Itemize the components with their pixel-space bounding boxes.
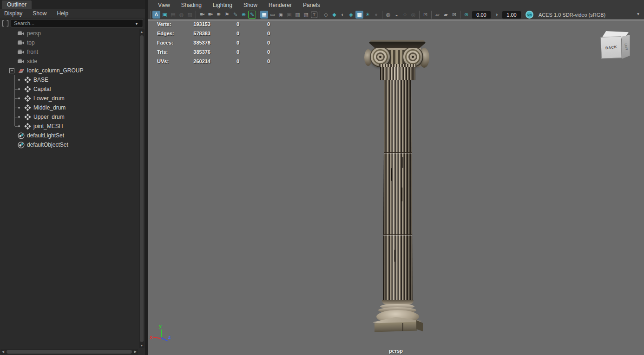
hud-stat-value: 0 bbox=[239, 38, 270, 47]
field-chart-icon[interactable]: ▥ bbox=[294, 11, 302, 19]
xray-joints-icon[interactable]: ▰ bbox=[442, 11, 450, 19]
shaft-crack bbox=[402, 157, 403, 168]
view-cube-back-face[interactable]: BACK bbox=[600, 36, 622, 59]
outliner-horizontal-scrollbar[interactable]: ◀ ▶ bbox=[0, 349, 138, 355]
shadows-icon[interactable]: ● bbox=[372, 11, 380, 19]
pan-zoom-icon[interactable]: ⊕ bbox=[240, 11, 248, 19]
outliner-menu-help[interactable]: Help bbox=[57, 10, 68, 17]
mesh-icon bbox=[23, 95, 32, 102]
outliner-menu-display[interactable]: Display bbox=[4, 10, 22, 17]
scroll-right-arrow-icon[interactable]: ▶ bbox=[133, 349, 138, 355]
filter-icon[interactable] bbox=[1, 19, 9, 27]
outliner-item-joint_MESH[interactable]: joint_MESH bbox=[0, 122, 138, 131]
viewport-menu-panels[interactable]: Panels bbox=[297, 2, 326, 8]
perspective-viewport[interactable]: Verts:19315300Edges:57838300Faces:385376… bbox=[148, 0, 644, 355]
tree-connector bbox=[9, 84, 23, 94]
viewport-menu-shading[interactable]: Shading bbox=[176, 2, 207, 8]
outliner-item-Capital[interactable]: Capital bbox=[0, 84, 138, 94]
set-icon bbox=[17, 132, 26, 139]
drum-seam bbox=[383, 234, 413, 235]
view-cube-back-label: BACK bbox=[605, 45, 618, 51]
horizontal-scroll-thumb[interactable] bbox=[7, 350, 132, 354]
lock-camera-icon[interactable]: ◼● bbox=[206, 11, 214, 19]
outliner-item-top[interactable]: top bbox=[0, 38, 138, 47]
outliner-vertical-scrollbar[interactable]: ▲ ▼ bbox=[139, 29, 145, 348]
outliner-item-Upper_drum[interactable]: Upper_drum bbox=[0, 112, 138, 122]
collapse-toggle-icon[interactable] bbox=[9, 68, 17, 73]
select-camera-icon[interactable]: ◼◂ bbox=[198, 11, 206, 19]
colorspace-on-badge[interactable]: ON bbox=[526, 11, 533, 19]
resolution-gate-icon[interactable]: ◉ bbox=[277, 11, 285, 19]
view-cube-left-face[interactable]: LEFT bbox=[622, 35, 630, 59]
outliner-item-defaultLightSet[interactable]: defaultLightSet bbox=[0, 131, 138, 140]
gate-mask-icon[interactable]: ▣ bbox=[285, 11, 293, 19]
gamma-icon[interactable]: ◑ bbox=[493, 11, 500, 19]
scroll-down-arrow-icon[interactable]: ▼ bbox=[139, 343, 145, 348]
safe-action-icon[interactable]: ▧ bbox=[302, 11, 310, 19]
snapshot-icon[interactable]: ▨ bbox=[186, 11, 194, 19]
anti-aliasing-icon[interactable]: ◌ bbox=[401, 11, 409, 19]
gamma-field[interactable]: 1.00 bbox=[502, 11, 521, 19]
viewport-menu-renderer[interactable]: Renderer bbox=[263, 2, 297, 8]
view-cube[interactable]: BACK LEFT bbox=[599, 30, 633, 64]
camera-attributes-icon[interactable]: ◼◦ bbox=[215, 11, 223, 19]
renderer-a-icon[interactable]: A bbox=[152, 11, 160, 19]
grease-pencil-icon[interactable]: ✎ bbox=[231, 11, 239, 19]
node-label: BASE bbox=[33, 77, 48, 83]
use-default-material-icon[interactable]: ▩ bbox=[355, 11, 363, 19]
bookmarks-icon[interactable]: ⚑ bbox=[223, 11, 231, 19]
shaft-crack bbox=[394, 250, 395, 262]
viewport-menu-lighting[interactable]: Lighting bbox=[207, 2, 238, 8]
grid-icon[interactable]: ▦ bbox=[260, 11, 268, 19]
x-axis-label: x bbox=[150, 334, 152, 340]
outliner-item-defaultObjectSet[interactable]: defaultObjectSet bbox=[0, 140, 138, 149]
outliner-menu-show[interactable]: Show bbox=[33, 10, 46, 17]
sequence-image-icon[interactable]: ◍ bbox=[177, 11, 185, 19]
textured-icon[interactable]: ◈ bbox=[347, 11, 355, 19]
vertical-scroll-thumb[interactable] bbox=[140, 35, 144, 342]
x-axis-line bbox=[153, 336, 161, 339]
outliner-item-persp[interactable]: persp bbox=[0, 29, 138, 38]
viewport-menu-view[interactable]: View bbox=[152, 2, 176, 8]
exposure-icon[interactable]: ⊛ bbox=[462, 11, 470, 19]
exposure-field[interactable]: 0.00 bbox=[472, 11, 491, 19]
hud-stat-label: Tris: bbox=[157, 47, 190, 57]
xray-icon[interactable]: ▱ bbox=[434, 11, 441, 19]
ssao-icon[interactable]: ◍ bbox=[384, 11, 392, 19]
outliner-item-Ionic_column_GROUP[interactable]: Ionic_column_GROUP bbox=[0, 66, 138, 75]
hud-stat-value: 578383 bbox=[190, 29, 210, 38]
wireframe-icon[interactable]: ◇ bbox=[322, 11, 330, 19]
isolate-select-icon[interactable]: ⊡ bbox=[421, 11, 429, 19]
outliner-item-front[interactable]: front bbox=[0, 47, 138, 57]
outliner-item-BASE[interactable]: BASE bbox=[0, 75, 138, 84]
film-gate-icon[interactable]: ▭ bbox=[269, 11, 276, 19]
image-plane-icon[interactable]: ▤ bbox=[169, 11, 177, 19]
search-dropdown-arrow-icon[interactable]: ▼ bbox=[135, 22, 138, 26]
safe-title-icon[interactable]: T bbox=[311, 12, 317, 18]
smooth-shade-icon[interactable]: ◆ bbox=[330, 11, 338, 19]
image-plane-arrow-icon[interactable]: ⊠ bbox=[450, 11, 458, 19]
outliner-item-side[interactable]: side bbox=[0, 57, 138, 66]
node-label: defaultObjectSet bbox=[27, 142, 68, 148]
viewport-menu-show[interactable]: Show bbox=[238, 2, 263, 8]
colorspace-dropdown-arrow[interactable]: ▼ bbox=[634, 11, 642, 19]
outliner-item-Middle_drum[interactable]: Middle_drum bbox=[0, 103, 138, 112]
search-input[interactable] bbox=[11, 19, 143, 27]
outliner-item-Lower_drum[interactable]: Lower_drum bbox=[0, 94, 138, 103]
colorspace-label[interactable]: ACES 1.0 SDR-video (sRGB) bbox=[539, 12, 605, 18]
scroll-left-arrow-icon[interactable]: ◀ bbox=[0, 349, 6, 355]
hud-stat-label: UVs: bbox=[157, 57, 190, 66]
depth-of-field-icon[interactable]: ◎ bbox=[409, 11, 417, 19]
tree-connector bbox=[9, 122, 23, 131]
wireframe-on-shaded-icon[interactable]: ◐ bbox=[339, 11, 347, 19]
frame-selection-icon[interactable]: ▣ bbox=[161, 11, 169, 19]
outliner-tab[interactable]: Outliner bbox=[2, 0, 32, 9]
shaft-crack bbox=[401, 187, 402, 201]
polycount-hud: Verts:19315300Edges:57838300Faces:385376… bbox=[157, 19, 270, 66]
2d-pan-zoom-icon[interactable]: ✎ bbox=[248, 11, 256, 19]
mesh-icon bbox=[23, 104, 32, 111]
hud-stat-value: 0 bbox=[210, 19, 239, 29]
scroll-up-arrow-icon[interactable]: ▲ bbox=[139, 29, 145, 34]
lights-icon[interactable]: ☀ bbox=[364, 11, 372, 19]
motion-blur-icon[interactable]: ◒ bbox=[393, 11, 401, 19]
